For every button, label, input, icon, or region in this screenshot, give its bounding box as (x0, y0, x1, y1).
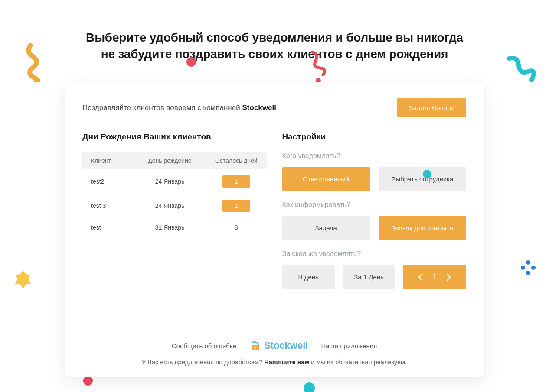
tagline: Поздравляйте клиентов вовремя с компание… (82, 104, 276, 112)
page-heading: Выберите удобный способ уведомления и бо… (0, 29, 549, 62)
our-apps-link[interactable]: Наши приложения (321, 342, 377, 350)
days-badge: 1 (222, 175, 250, 188)
birthdays-title: Дни Рождения Ваших клиентов (82, 132, 267, 142)
cell-client: test2 (84, 178, 132, 185)
footer-suggestion: У Вас есть предложения по доработкам? На… (65, 359, 484, 366)
card-footer: Сообщить об ошибке it Stockwell Наши при… (65, 340, 484, 366)
decor-star-yellow (11, 269, 35, 292)
table-row: test31 Январь8 (82, 218, 267, 237)
cell-birthday: 24 Январь (132, 202, 208, 209)
th-client: Клиент (84, 157, 132, 164)
birthdays-column: Дни Рождения Ваших клиентов Клиент День … (82, 132, 267, 289)
option-one-day-before[interactable]: За 1 День (343, 265, 395, 289)
when-notify-label: За сколько уведомлять? (282, 250, 467, 258)
th-days-left: Осталось дней (208, 157, 265, 164)
cell-birthday: 31 Январь (132, 224, 208, 231)
table-row: test 324 Январь1 (82, 194, 267, 218)
cell-days: 1 (208, 175, 265, 188)
decor-dot-red (186, 57, 196, 67)
decor-dot-red-bottom (83, 376, 93, 386)
svg-point-0 (526, 260, 530, 265)
decor-squiggle-orange (24, 43, 48, 82)
report-bug-link[interactable]: Сообщить об ошибке (172, 342, 236, 350)
ask-question-button[interactable]: Задать Вопрос (397, 98, 466, 117)
write-us-link[interactable]: Напишите нам (264, 359, 309, 366)
option-choose-employee[interactable]: Выбрать сотрудника (379, 167, 466, 191)
brand-logo[interactable]: it Stockwell (249, 340, 308, 352)
decor-dot-teal-top (423, 170, 431, 178)
option-call-contact[interactable]: Звонок для контакта (379, 216, 466, 240)
days-value: 8 (235, 224, 238, 231)
option-on-day[interactable]: В день (282, 265, 335, 289)
who-notify-label: Кого уведомлять? (282, 152, 467, 160)
decor-squiggle-red (308, 50, 330, 76)
stepper-increment[interactable] (446, 273, 451, 281)
settings-title: Настройки (282, 132, 467, 142)
cell-client: test 3 (84, 202, 132, 209)
days-badge: 1 (222, 200, 250, 212)
option-task[interactable]: Задача (282, 216, 370, 240)
how-inform-label: Как информировать? (282, 201, 467, 209)
settings-column: Настройки Кого уведомлять? Ответственный… (282, 132, 467, 289)
svg-point-2 (531, 266, 536, 270)
cell-client: test (84, 224, 132, 231)
chevron-left-icon (418, 273, 423, 281)
decor-squiggle-teal (506, 54, 536, 89)
days-stepper: 1 (403, 265, 466, 289)
stepper-decrement[interactable] (418, 273, 423, 281)
th-birthday: День рождение (132, 157, 208, 164)
decor-dot-teal-mid (304, 382, 315, 392)
table-row: test224 Январь1 (82, 169, 267, 194)
option-responsible[interactable]: Ответственный (282, 167, 370, 191)
cell-days: 8 (208, 224, 265, 231)
svg-point-1 (521, 266, 525, 270)
chevron-right-icon (446, 273, 451, 281)
main-card: Поздравляйте клиентов вовремя с компание… (65, 82, 484, 377)
svg-point-3 (526, 271, 530, 275)
decor-plus-blue (520, 259, 537, 276)
stepper-value: 1 (432, 272, 437, 282)
cell-days: 1 (208, 200, 265, 212)
cell-birthday: 24 Январь (132, 178, 208, 185)
table-header: Клиент День рождение Осталось дней (82, 152, 267, 169)
svg-text:it: it (254, 346, 257, 350)
brand-icon: it (249, 340, 261, 352)
